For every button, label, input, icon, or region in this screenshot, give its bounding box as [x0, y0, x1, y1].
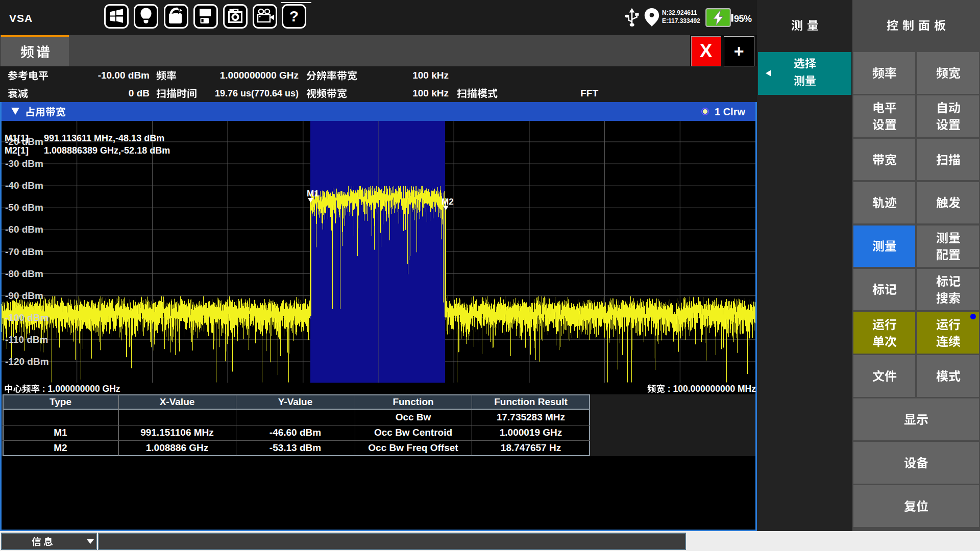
svg-text:?: ?: [289, 8, 299, 24]
